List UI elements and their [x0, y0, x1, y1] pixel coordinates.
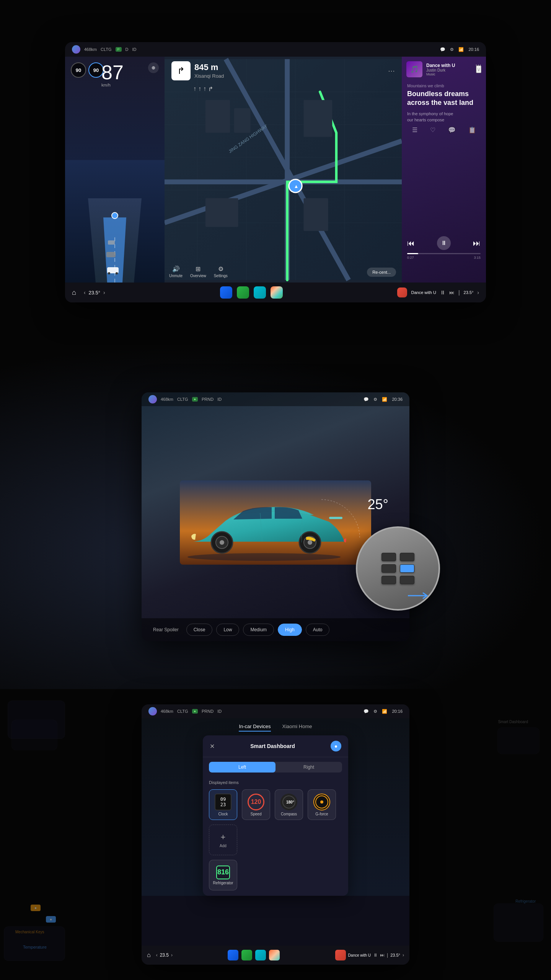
- temp-value: 23.5°: [89, 290, 101, 296]
- spoiler-high-btn[interactable]: High: [278, 624, 302, 636]
- map-menu-dots[interactable]: ⋯: [388, 67, 395, 75]
- spoiler-low-btn[interactable]: Low: [216, 624, 239, 636]
- bb-app-maps[interactable]: [241, 950, 252, 960]
- temp-up-button[interactable]: ›: [103, 289, 105, 296]
- hw-btn-row-2: [381, 564, 414, 573]
- home-button[interactable]: ⌂: [72, 289, 76, 297]
- dash-item-gforce[interactable]: G-force: [308, 789, 336, 820]
- smart-dashboard-modal: ✕ Smart Dashboard ● Left Right Displayed…: [203, 735, 348, 896]
- bb-temp-right-up[interactable]: ›: [403, 952, 404, 958]
- bb-pause-btn[interactable]: ⏸: [373, 952, 378, 958]
- overview-control[interactable]: ⊞ Overview: [190, 265, 206, 278]
- speaker-icon: 🔊: [172, 265, 180, 273]
- modal-tab-left[interactable]: Left: [209, 762, 276, 773]
- temp-down-button[interactable]: ‹: [84, 289, 86, 296]
- recenter-button[interactable]: Re-cent...: [367, 268, 396, 277]
- map-header: ↱ 845 m Xisanqi Road ↑ ↑ ↑ ↱ ⋯: [165, 57, 402, 85]
- hw-buttons: [357, 528, 439, 609]
- music-title: Dance with U: [426, 63, 472, 68]
- music-artist: Justin Durk: [426, 68, 472, 72]
- bb-app-voice[interactable]: [228, 950, 238, 960]
- temp3-up[interactable]: ›: [171, 952, 173, 958]
- gear3: PRND: [202, 709, 214, 714]
- unmute-control[interactable]: 🔊 Unmute: [169, 265, 183, 278]
- modal-close-button[interactable]: ✕: [210, 743, 215, 750]
- prev-button[interactable]: ⏮: [407, 239, 415, 248]
- tab-incar[interactable]: In-car Devices: [239, 724, 271, 732]
- fridge-value: 816: [217, 868, 229, 876]
- gforce-icon: [313, 794, 330, 810]
- like-button[interactable]: ♡: [430, 126, 435, 134]
- msg3-icon: 💬: [364, 709, 369, 714]
- music-mini-art[interactable]: [397, 287, 407, 297]
- temp-right-up[interactable]: ›: [477, 289, 479, 296]
- fridge-icon-box[interactable]: 816 Refrigerator: [209, 860, 237, 890]
- bb-music-3: Dance with U ⏸ ⏭ | 23.5° ›: [335, 950, 404, 960]
- temp3-down[interactable]: ‹: [156, 952, 158, 958]
- comment-button[interactable]: 💬: [448, 126, 456, 134]
- nav-distance: 845 m: [194, 62, 224, 72]
- app-icon-voice[interactable]: [220, 286, 232, 299]
- bb-separator: |: [387, 952, 388, 958]
- dash-item-speed[interactable]: 120 Speed: [242, 789, 270, 820]
- svg-point-8: [116, 272, 118, 274]
- temp3-value: 23.5: [160, 952, 169, 958]
- app-icon-apps[interactable]: [271, 286, 283, 299]
- turn-2: ↑: [198, 85, 201, 93]
- device-tabs: In-car Devices Xiaomi Home: [142, 718, 409, 735]
- dash-item-clock[interactable]: 0923 Clock: [209, 789, 237, 820]
- spoiler-controls: Rear Spoiler Close Low Medium High Auto: [142, 618, 409, 641]
- add-item-button[interactable]: + Add: [209, 825, 237, 855]
- pause-button[interactable]: ⏸: [437, 236, 451, 250]
- temp-display-section2: 25°: [368, 497, 388, 513]
- turn-1: ↑: [193, 85, 196, 93]
- dash-item-compass[interactable]: 180° Compass: [275, 789, 303, 820]
- app-icon-video[interactable]: [254, 286, 266, 299]
- car-screen-2: 468km CLTG ● PRND ID 💬 ⚙ 📶 20:36: [142, 392, 409, 641]
- modal-tab-right[interactable]: Right: [276, 762, 342, 773]
- bg-blue-btn: ●: [46, 916, 56, 923]
- spoiler-auto-btn[interactable]: Auto: [306, 624, 330, 636]
- home3-button[interactable]: ⌂: [147, 952, 151, 959]
- svg-point-35: [308, 540, 312, 545]
- overview-label: Overview: [190, 274, 206, 278]
- bb-next-btn[interactable]: ⏭: [380, 952, 385, 958]
- direction-arrow-icon: ↱: [171, 61, 191, 80]
- mini-next-button[interactable]: ⏭: [449, 289, 455, 296]
- bb-app-video[interactable]: [255, 950, 266, 960]
- progress-bar[interactable]: [407, 253, 481, 254]
- music-menu-dots[interactable]: ⋯: [475, 61, 481, 69]
- spoiler-close-btn[interactable]: Close: [186, 624, 213, 636]
- bg-card-3: [4, 926, 65, 961]
- mini-pause-button[interactable]: ⏸: [440, 289, 445, 296]
- fridge-icon: 816: [216, 866, 230, 879]
- compass-label: Compass: [281, 812, 297, 816]
- arrow-indicator: [408, 592, 431, 599]
- share-button[interactable]: 📋: [468, 126, 476, 134]
- time-current: 0:27: [407, 256, 414, 260]
- bb-music-art[interactable]: [335, 950, 346, 960]
- speed-gauge-icon: 120: [248, 794, 264, 810]
- next-button[interactable]: ⏭: [473, 239, 481, 248]
- spoiler-medium-btn[interactable]: Medium: [243, 624, 274, 636]
- mode3: CLTG: [177, 709, 188, 714]
- screen-content: 90 90 87 km/h ⊕: [65, 57, 486, 283]
- hw-btn-2: [400, 553, 414, 561]
- music-controls: ⏮ ⏸ ⏭ 0:27 3:15: [402, 236, 486, 260]
- bb-app-apps[interactable]: [269, 950, 280, 960]
- app-icon-maps[interactable]: [237, 286, 249, 299]
- message-icon: 💬: [440, 47, 445, 52]
- tab-xiaomi[interactable]: Xiaomi Home: [282, 724, 312, 732]
- speed-limit-1: 90: [71, 62, 86, 78]
- music-mini-controls: Dance with U ⏸ ⏭ | 23.5° ›: [397, 287, 479, 297]
- mini-track-name: Dance with U: [411, 290, 436, 295]
- topbar2-right: 💬 ⚙ 📶 20:36: [364, 397, 403, 402]
- settings-icon: ⚙: [450, 47, 454, 52]
- settings-control[interactable]: ⚙ Settings: [214, 265, 228, 278]
- settings3-icon: ⚙: [373, 709, 377, 714]
- distance-label: 468km: [84, 47, 97, 52]
- playlist-button[interactable]: ☰: [412, 126, 417, 134]
- modal-action-button[interactable]: ●: [331, 741, 341, 751]
- gforce-label: G-force: [315, 812, 328, 816]
- map-controls: 🔊 Unmute ⊞ Overview ⚙ Settings: [169, 265, 228, 278]
